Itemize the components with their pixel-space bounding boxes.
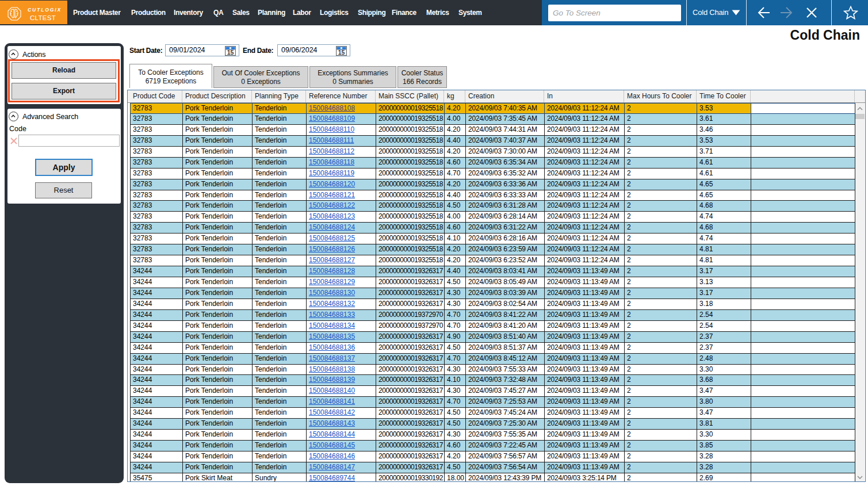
svg-text:15: 15 — [227, 48, 234, 55]
svg-text:15: 15 — [338, 48, 345, 55]
